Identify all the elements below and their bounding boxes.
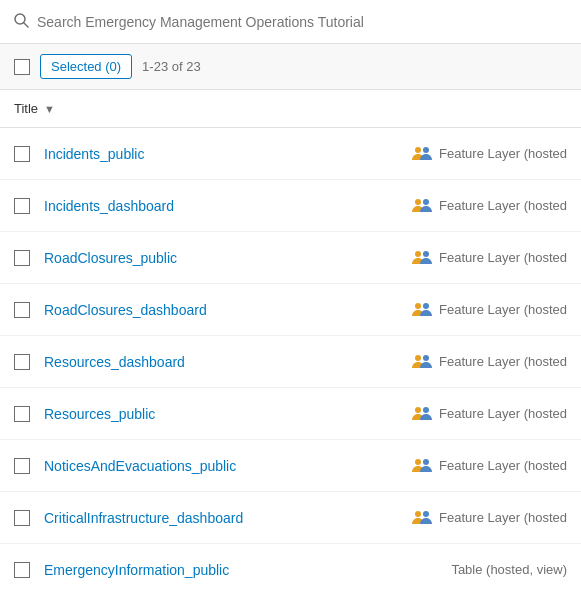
table-row: Incidents_dashboard Feature Layer (hoste… — [0, 180, 581, 232]
item-checkbox[interactable] — [14, 302, 30, 318]
item-type-label: Feature Layer (hosted — [439, 510, 567, 525]
sort-arrow-icon: ▼ — [44, 103, 55, 115]
item-type: Feature Layer (hosted — [411, 457, 567, 475]
toolbar: Selected (0) 1-23 of 23 — [0, 44, 581, 90]
feature-layer-icon — [411, 405, 433, 423]
title-column-label: Title — [14, 101, 38, 116]
item-type-label: Feature Layer (hosted — [439, 250, 567, 265]
table-row: NoticesAndEvacuations_public Feature Lay… — [0, 440, 581, 492]
item-type-label: Feature Layer (hosted — [439, 354, 567, 369]
item-type: Feature Layer (hosted — [411, 353, 567, 371]
search-bar — [0, 0, 581, 44]
feature-layer-icon — [411, 197, 433, 215]
svg-point-5 — [423, 199, 429, 205]
table-row: Incidents_public Feature Layer (hosted — [0, 128, 581, 180]
feature-layer-icon — [411, 145, 433, 163]
item-type-label: Feature Layer (hosted — [439, 146, 567, 161]
table-row: EmergencyInformation_publicTable (hosted… — [0, 544, 581, 593]
svg-point-7 — [423, 251, 429, 257]
item-title[interactable]: Incidents_dashboard — [44, 198, 411, 214]
item-type-label: Feature Layer (hosted — [439, 198, 567, 213]
svg-point-3 — [423, 147, 429, 153]
feature-layer-icon — [411, 301, 433, 319]
search-icon — [14, 13, 29, 31]
selected-button[interactable]: Selected (0) — [40, 54, 132, 79]
item-title[interactable]: EmergencyInformation_public — [44, 562, 445, 578]
table-row: Resources_dashboard Feature Layer (hoste… — [0, 336, 581, 388]
item-type-label: Feature Layer (hosted — [439, 406, 567, 421]
table-row: RoadClosures_dashboard Feature Layer (ho… — [0, 284, 581, 336]
feature-layer-icon — [411, 249, 433, 267]
column-header: Title ▼ — [0, 90, 581, 128]
item-type: Table (hosted, view) — [445, 562, 567, 577]
item-type: Feature Layer (hosted — [411, 301, 567, 319]
item-type-label: Feature Layer (hosted — [439, 302, 567, 317]
svg-line-1 — [24, 23, 28, 27]
item-checkbox[interactable] — [14, 562, 30, 578]
title-column-header[interactable]: Title ▼ — [14, 101, 55, 116]
table-row: Resources_public Feature Layer (hosted — [0, 388, 581, 440]
item-type: Feature Layer (hosted — [411, 197, 567, 215]
svg-point-13 — [423, 407, 429, 413]
table-row: RoadClosures_public Feature Layer (hoste… — [0, 232, 581, 284]
item-type: Feature Layer (hosted — [411, 145, 567, 163]
svg-point-17 — [423, 511, 429, 517]
item-title[interactable]: RoadClosures_public — [44, 250, 411, 266]
item-title[interactable]: NoticesAndEvacuations_public — [44, 458, 411, 474]
item-checkbox[interactable] — [14, 354, 30, 370]
select-all-checkbox[interactable] — [14, 59, 30, 75]
item-checkbox[interactable] — [14, 146, 30, 162]
svg-point-11 — [423, 355, 429, 361]
item-title[interactable]: Resources_dashboard — [44, 354, 411, 370]
item-checkbox[interactable] — [14, 406, 30, 422]
item-title[interactable]: RoadClosures_dashboard — [44, 302, 411, 318]
item-checkbox[interactable] — [14, 250, 30, 266]
count-label: 1-23 of 23 — [142, 59, 201, 74]
item-checkbox[interactable] — [14, 458, 30, 474]
item-title[interactable]: Resources_public — [44, 406, 411, 422]
item-type: Feature Layer (hosted — [411, 249, 567, 267]
item-title[interactable]: Incidents_public — [44, 146, 411, 162]
item-title[interactable]: CriticalInfrastructure_dashboard — [44, 510, 411, 526]
table-row: CriticalInfrastructure_dashboard Feature… — [0, 492, 581, 544]
item-type: Feature Layer (hosted — [411, 509, 567, 527]
svg-point-15 — [423, 459, 429, 465]
feature-layer-icon — [411, 457, 433, 475]
feature-layer-icon — [411, 353, 433, 371]
item-checkbox[interactable] — [14, 198, 30, 214]
item-type: Feature Layer (hosted — [411, 405, 567, 423]
item-checkbox[interactable] — [14, 510, 30, 526]
svg-point-9 — [423, 303, 429, 309]
item-type-label: Feature Layer (hosted — [439, 458, 567, 473]
search-input[interactable] — [37, 14, 567, 30]
item-list: Incidents_public Feature Layer (hostedIn… — [0, 128, 581, 593]
item-type-label: Table (hosted, view) — [451, 562, 567, 577]
feature-layer-icon — [411, 509, 433, 527]
